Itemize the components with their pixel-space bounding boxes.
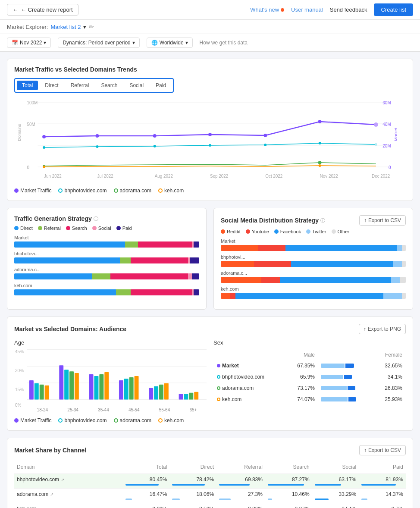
market-share-export-button[interactable]: ↑ Export to CSV xyxy=(359,445,406,455)
audience-export-png-button[interactable]: ↑ Export to PNG xyxy=(359,324,406,334)
tab-search[interactable]: Search xyxy=(96,81,122,90)
legend-market-traffic-icon xyxy=(14,188,19,193)
legend-twitter: Twitter xyxy=(306,229,326,234)
svg-text:100M: 100M xyxy=(27,100,38,105)
date-filter-button[interactable]: 📅 Nov 2022 ▾ xyxy=(7,38,51,48)
y-label-30: 30% xyxy=(15,368,24,373)
legend-market-traffic: Market Traffic xyxy=(14,188,51,194)
bhphotovideo-referral-bar xyxy=(219,484,250,486)
svg-rect-53 xyxy=(104,372,109,399)
svg-point-26 xyxy=(96,145,98,148)
top-nav-left: ← ← Create new report xyxy=(7,4,78,16)
tab-total[interactable]: Total xyxy=(17,81,38,90)
legend-direct: Direct xyxy=(14,226,33,231)
chevron-down-icon: ▾ xyxy=(132,40,135,46)
tab-direct[interactable]: Direct xyxy=(40,81,63,90)
svg-text:40M: 40M xyxy=(382,122,391,127)
social-export-csv-button[interactable]: ↑ Export to CSV xyxy=(359,215,406,226)
domain-keh[interactable]: keh.com ↗ xyxy=(17,506,120,508)
age-legend-bhphotovideo-icon xyxy=(58,418,63,423)
send-feedback-link[interactable]: Send feedback xyxy=(330,6,367,13)
svg-text:50M: 50M xyxy=(27,122,35,127)
legend-paid: Paid xyxy=(116,226,132,231)
breadcrumb-value[interactable]: Market list 2 xyxy=(50,24,81,30)
domain-bhphotovideo[interactable]: bhphotovideo.com ↗ xyxy=(17,477,120,483)
traffic-chart-area: 100M 50M 0 60M 40M 20M 0 Jun 2022 Jul 20… xyxy=(14,98,406,184)
social-strategy-title-row: Social Media Distribution Strategy ⓘ xyxy=(221,217,325,224)
traffic-trends-card: Market Traffic vs Selected Domains Trend… xyxy=(7,59,413,201)
traffic-strategy-title: Traffic Generation Strategy xyxy=(14,215,92,222)
svg-point-33 xyxy=(318,161,322,164)
svg-rect-63 xyxy=(184,394,188,400)
social-info-icon: ⓘ xyxy=(320,217,325,224)
tab-paid[interactable]: Paid xyxy=(150,81,171,90)
bhphotovideo-search-bar xyxy=(268,484,304,486)
y-label-15: 15% xyxy=(15,387,24,392)
sex-bhphotovideo-female-pct: 34.1% xyxy=(374,372,405,382)
svg-text:Dec 2022: Dec 2022 xyxy=(372,174,390,179)
user-manual-link[interactable]: User manual xyxy=(291,6,323,13)
svg-text:20M: 20M xyxy=(382,144,391,148)
legend-youtube-icon xyxy=(246,229,250,234)
domain-adorama[interactable]: adorama.com ↗ xyxy=(17,491,120,497)
sex-section: Sex Male Female xyxy=(213,339,406,423)
svg-rect-45 xyxy=(45,386,49,400)
traffic-bar-adorama: adorama.c... xyxy=(14,267,199,279)
sex-keh-female-pct: 25.93% xyxy=(374,394,405,405)
tab-social[interactable]: Social xyxy=(124,81,149,90)
sex-keh-male-bar-dark xyxy=(348,397,356,401)
bhphotovideo-total-bar xyxy=(125,484,159,486)
info-icon: ⓘ xyxy=(94,216,98,222)
top-nav-right: What's new User manual Send feedback Cre… xyxy=(250,3,413,16)
adorama-paid-bar xyxy=(361,499,367,500)
sex-bhphotovideo-male-bar-dark xyxy=(344,375,352,379)
bhphotovideo-total: 80.45% xyxy=(125,477,167,483)
col-social: Social xyxy=(312,461,359,474)
sex-adorama-male-bar-dark xyxy=(348,386,355,390)
sex-title: Sex xyxy=(213,339,406,346)
legend-search: Search xyxy=(66,226,87,231)
svg-rect-44 xyxy=(40,385,44,400)
adorama-referral-bar xyxy=(219,499,231,500)
svg-rect-61 xyxy=(164,383,169,400)
chevron-down-icon: ▾ xyxy=(185,40,188,46)
sex-adorama-female-pct: 26.83% xyxy=(374,383,405,393)
adorama-social-bar xyxy=(315,499,329,500)
social-bar-keh: keh.com xyxy=(221,286,406,299)
audience-export-label: Export to PNG xyxy=(368,326,401,332)
whats-new-link[interactable]: What's new xyxy=(250,6,284,13)
social-export-label: Export to CSV xyxy=(368,217,401,223)
adorama-paid: 14.37% xyxy=(361,491,403,497)
legend-paid-icon xyxy=(116,226,121,230)
location-filter-button[interactable]: 🌐 Worldwide ▾ xyxy=(147,38,193,48)
age-legend-adorama: adorama.com xyxy=(114,417,151,423)
sex-bhphotovideo-male-pct: 65.9% xyxy=(287,372,317,382)
create-report-button[interactable]: ← ← Create new report xyxy=(7,4,78,16)
legend-other-icon xyxy=(332,229,336,234)
legend-bhphotovideo-icon xyxy=(58,188,63,193)
sex-market-male-bar-dark xyxy=(345,364,354,368)
how-we-get-data-link[interactable]: How we get this data xyxy=(200,40,248,46)
edit-icon[interactable]: ✏ xyxy=(89,23,94,30)
tab-referral[interactable]: Referral xyxy=(66,81,94,90)
social-bar-bhphotovideo: bhphotovi... xyxy=(221,254,406,267)
traffic-chart-svg: 100M 50M 0 60M 40M 20M 0 Jun 2022 Jul 20… xyxy=(14,98,406,184)
create-list-button[interactable]: Create list xyxy=(374,3,413,16)
upload-icon: ↑ xyxy=(364,447,367,453)
sex-market-icon xyxy=(217,364,220,367)
age-chart-svg xyxy=(27,349,207,405)
traffic-strategy-card: Traffic Generation Strategy ⓘ Direct Ref… xyxy=(7,208,207,310)
sex-market-male-bar-light xyxy=(321,364,345,368)
svg-rect-65 xyxy=(194,392,198,400)
svg-point-35 xyxy=(319,164,321,167)
svg-rect-59 xyxy=(154,386,158,400)
traffic-bar-market: Market xyxy=(14,235,199,248)
age-legend-bhphotovideo: bhphotovideo.com xyxy=(58,417,107,423)
svg-rect-48 xyxy=(69,371,74,399)
age-legend-keh-icon xyxy=(158,418,163,423)
sex-col-female: Female xyxy=(374,350,405,360)
dynamics-filter-button[interactable]: Dynamics: Period over period ▾ xyxy=(58,38,139,48)
sex-keh-icon xyxy=(217,398,220,401)
market-share-header: Market Share by Channel ↑ Export to CSV xyxy=(14,445,406,455)
adorama-direct-bar xyxy=(172,499,179,500)
